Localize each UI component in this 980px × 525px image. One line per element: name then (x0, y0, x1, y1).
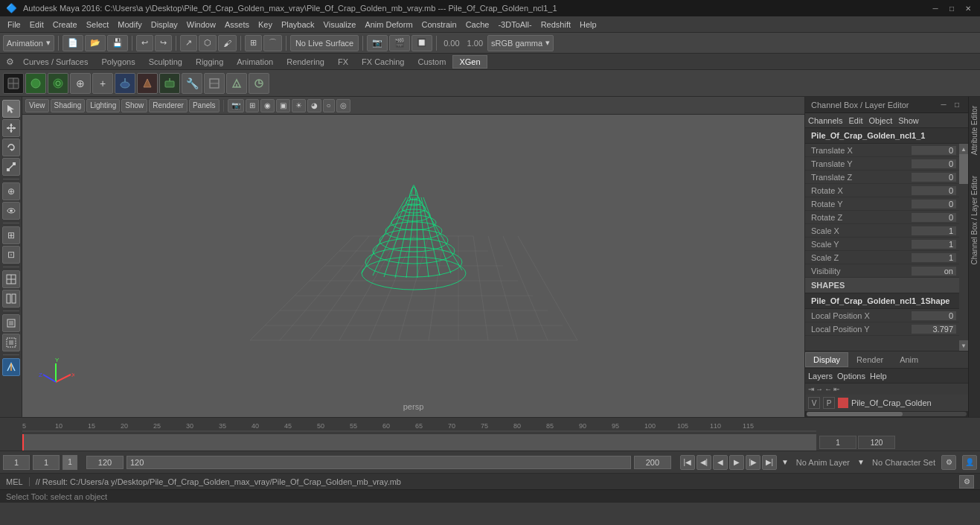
attr-value-translate-z[interactable]: 0 (912, 173, 956, 182)
menu-help[interactable]: Help (575, 19, 601, 31)
save-scene-btn[interactable]: 💾 (107, 35, 128, 51)
layer-color-swatch[interactable] (838, 398, 848, 408)
attr-row-translate-z[interactable]: Translate Z 0 (805, 171, 959, 184)
universal-manip-button[interactable]: ⊕ (2, 182, 20, 200)
attr-value-rotate-z[interactable]: 0 (912, 213, 956, 222)
menu-file[interactable]: File (3, 19, 25, 31)
shelf-icon-10[interactable] (204, 73, 225, 94)
attr-row-scale-y[interactable]: Scale Y 1 (805, 238, 959, 251)
attr-row-rotate-z[interactable]: Rotate Z 0 (805, 211, 959, 224)
layer-scrollbar[interactable] (805, 411, 968, 417)
attr-value-scale-x[interactable]: 1 (912, 226, 956, 235)
current-frame-field[interactable] (3, 455, 30, 470)
cb-menu-show[interactable]: Show (898, 116, 919, 125)
xgen-button[interactable] (2, 358, 20, 376)
layer-visibility-toggle[interactable]: V (808, 397, 820, 409)
shelf-icon-11[interactable] (226, 73, 247, 94)
attr-row-scale-z[interactable]: Scale Z 1 (805, 251, 959, 264)
layer-scroll-track[interactable] (807, 412, 967, 416)
attr-row-rotate-y[interactable]: Rotate Y 0 (805, 197, 959, 211)
viewport-menu-lighting[interactable]: Lighting (86, 99, 120, 112)
cb-menu-object[interactable]: Object (868, 116, 892, 125)
shelf-icon-1[interactable] (3, 73, 24, 94)
layout-button-2[interactable] (2, 290, 20, 308)
viewport-menu-view[interactable]: View (25, 99, 49, 112)
attr-value-translate-x[interactable]: 0 (912, 146, 956, 155)
scene-view[interactable]: X Y Z persp (22, 115, 804, 417)
layer-menu-options[interactable]: Options (837, 372, 865, 381)
tab-display[interactable]: Display (805, 352, 848, 367)
menu-3dto-all[interactable]: -3DToAll- (493, 19, 536, 31)
ao-btn[interactable]: ○ (323, 99, 335, 112)
menu-anim-deform[interactable]: Anim Deform (360, 19, 417, 31)
wireframe-btn[interactable]: ⊞ (246, 99, 259, 112)
shelf-tab-rigging[interactable]: Rigging (189, 55, 230, 69)
snap-curve-btn[interactable]: ⌒ (263, 35, 282, 51)
menu-select[interactable]: Select (82, 19, 114, 31)
menu-assets[interactable]: Assets (220, 19, 254, 31)
attr-value-local-pos-x[interactable]: 0 (912, 311, 956, 320)
select-tool-button[interactable] (2, 100, 20, 118)
smooth-shade-btn[interactable]: ◉ (260, 99, 275, 112)
anim-settings-btn[interactable]: ⚙ (941, 455, 956, 470)
sub-frame-field[interactable] (33, 455, 60, 470)
layer-menu-help[interactable]: Help (870, 372, 887, 381)
open-scene-btn[interactable]: 📂 (85, 35, 106, 51)
menu-window[interactable]: Window (182, 19, 220, 31)
frame-all-button[interactable] (2, 314, 20, 332)
attr-row-local-pos-x[interactable]: Local Position X 0 (805, 309, 959, 322)
new-scene-btn[interactable]: 📄 (63, 35, 83, 51)
menu-playback[interactable]: Playback (277, 19, 319, 31)
menu-display[interactable]: Display (147, 19, 182, 31)
viewport-menu-panels[interactable]: Panels (189, 99, 220, 112)
status-settings-btn[interactable]: ⚙ (959, 475, 974, 489)
step-forward-btn[interactable]: |▶ (746, 455, 760, 470)
shelf-icon-9[interactable]: 🔧 (182, 73, 202, 94)
viewport-menu-shading[interactable]: Shading (51, 99, 86, 112)
attr-row-translate-x[interactable]: Translate X 0 (805, 144, 959, 157)
attr-row-visibility[interactable]: Visibility on (805, 264, 959, 278)
animation-preset-dropdown[interactable]: Animation ▾ (3, 35, 54, 51)
layer-playback-toggle[interactable]: P (823, 397, 835, 409)
redo-btn[interactable]: ↪ (155, 35, 172, 51)
go-to-start-btn[interactable]: |◀ (680, 455, 695, 470)
timeline-track[interactable] (22, 434, 816, 451)
attr-row-translate-y[interactable]: Translate Y 0 (805, 157, 959, 171)
no-live-surface-btn[interactable]: No Live Surface (290, 35, 359, 51)
shelf-tab-curves[interactable]: Curves / Surfaces (16, 55, 95, 69)
range-end-field[interactable]: 120 (858, 436, 895, 449)
char-set-btn[interactable]: 👤 (962, 455, 977, 470)
attr-row-scale-x[interactable]: Scale X 1 (805, 224, 959, 238)
shelf-icon-2[interactable] (25, 73, 46, 94)
shelf-tab-custom[interactable]: Custom (411, 55, 453, 69)
maximize-button[interactable]: □ (946, 2, 958, 14)
layer-arrow-left[interactable]: ← (824, 385, 832, 393)
shelf-tab-sculpting[interactable]: Sculpting (142, 55, 189, 69)
layout-button-1[interactable] (2, 270, 20, 288)
shelf-tab-rendering[interactable]: Rendering (280, 55, 331, 69)
shelf-icon-8[interactable] (159, 73, 180, 94)
scale-tool-button[interactable] (2, 158, 20, 176)
attr-row-rotate-x[interactable]: Rotate X 0 (805, 184, 959, 197)
cb-menu-channels[interactable]: Channels (808, 116, 842, 125)
range-start-field[interactable]: 1 (819, 436, 856, 449)
shelf-tab-fx[interactable]: FX (331, 55, 355, 69)
select-tool-btn[interactable]: ↗ (180, 35, 197, 51)
last-tool-button[interactable]: ⊞ (2, 226, 20, 244)
paint-tool-btn[interactable]: 🖌 (218, 35, 237, 51)
play-back-btn[interactable]: ◀ (713, 455, 728, 470)
attr-value-rotate-y[interactable]: 0 (912, 200, 956, 209)
menu-create[interactable]: Create (48, 19, 82, 31)
playback-end-field[interactable]: 200 (634, 456, 671, 469)
menu-redshift[interactable]: Redshift (537, 19, 575, 31)
step-back-btn[interactable]: ◀| (696, 455, 711, 470)
shelf-tab-fx-caching[interactable]: FX Caching (355, 55, 411, 69)
attribute-editor-tab-label[interactable]: Attribute Editor (967, 103, 980, 158)
attr-value-visibility[interactable]: on (912, 267, 956, 276)
shelf-icon-3[interactable] (48, 73, 68, 94)
aa-btn[interactable]: ◎ (336, 99, 350, 112)
shelf-tab-xgen[interactable]: XGen (452, 55, 487, 69)
scrollbar-down-btn[interactable]: ▼ (959, 340, 968, 351)
attr-value-scale-y[interactable]: 1 (912, 240, 956, 249)
frame-selection-button[interactable] (2, 334, 20, 351)
